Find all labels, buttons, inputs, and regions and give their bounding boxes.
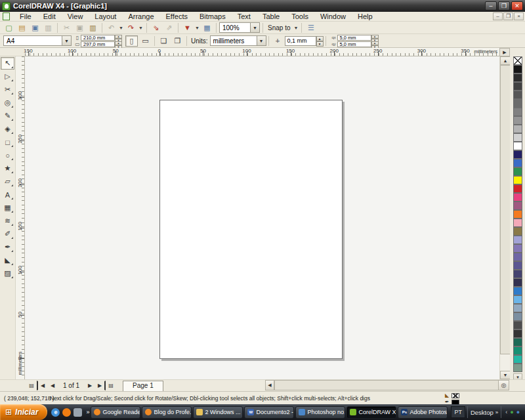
color-swatch[interactable] (513, 201, 522, 210)
language-indicator[interactable]: PT (451, 406, 465, 418)
color-swatch[interactable] (513, 253, 522, 261)
application-launcher-button-chevron-icon[interactable]: ▼ (194, 26, 200, 30)
color-swatch[interactable] (513, 133, 522, 142)
tray-green-icon[interactable]: ● (510, 410, 513, 415)
start-button[interactable]: ⊞ Iniciar (0, 404, 47, 420)
horizontal-scroll-thumb[interactable] (274, 380, 500, 390)
last-page-button[interactable]: ▶ (95, 381, 106, 390)
nudge-offset-field[interactable]: 0,1 mm (285, 36, 316, 46)
crop-tool[interactable]: ✂ (1, 83, 14, 96)
duplicate-y-spinner[interactable]: ▲▼ (371, 41, 379, 47)
desktop-overflow-icon[interactable]: » (495, 410, 498, 415)
scroll-down-button[interactable]: ▼ (500, 371, 511, 379)
page-tab[interactable]: Page 1 (123, 381, 163, 391)
color-swatch[interactable] (513, 355, 522, 364)
menu-window[interactable]: Window (314, 12, 352, 21)
color-swatch[interactable] (513, 108, 522, 116)
view-navigator-flyout-button[interactable]: ▶ (499, 48, 510, 56)
paper-height-spinner[interactable]: ▲▼ (115, 41, 122, 47)
chevron-down-icon[interactable]: ▼ (257, 36, 266, 45)
task-blog-do-professor[interactable]: Blog do Profe... (142, 406, 192, 419)
color-swatch[interactable] (513, 346, 522, 355)
color-swatch[interactable] (513, 270, 522, 278)
menu-effects[interactable]: Effects (160, 12, 194, 21)
portrait-button[interactable]: ▯ (125, 35, 138, 47)
smart-fill-tool[interactable]: ◈ (1, 123, 14, 135)
chevron-down-icon[interactable]: ▼ (250, 23, 259, 32)
color-swatch[interactable] (513, 125, 522, 133)
task-windows-group[interactable]: 2 Windows ...▾ (193, 406, 243, 419)
color-swatch[interactable] (513, 304, 522, 312)
doc-close-button[interactable]: × (514, 12, 524, 20)
color-swatch[interactable] (513, 116, 522, 125)
scroll-left-button[interactable]: ◀ (265, 380, 274, 390)
paper-width-spinner[interactable]: ▲▼ (115, 35, 122, 41)
color-swatch[interactable] (513, 142, 522, 150)
freehand-tool[interactable]: ✎ (1, 110, 14, 122)
vertical-scrollbar[interactable]: ▲ ▼ (499, 56, 510, 379)
snap-to-button[interactable]: Snap to (268, 24, 290, 32)
menu-arrange[interactable]: Arrange (122, 12, 159, 21)
rectangle-tool[interactable]: □ (1, 136, 14, 148)
color-swatch[interactable] (513, 82, 522, 91)
color-swatch[interactable] (513, 338, 522, 346)
paper-width-field[interactable]: 210,0 mm (81, 35, 115, 41)
fill-color-swatch[interactable] (452, 393, 459, 398)
color-swatch[interactable] (513, 321, 522, 329)
color-swatch[interactable] (513, 150, 522, 159)
canvas[interactable] (25, 56, 499, 379)
interactive-fill-tool[interactable]: ▨ (1, 267, 14, 280)
next-page-button[interactable]: ▶ (85, 381, 95, 390)
scroll-up-button[interactable]: ▲ (500, 56, 511, 65)
color-swatch[interactable] (513, 159, 522, 167)
paper-size-combo[interactable]: A4 ▼ (3, 35, 72, 46)
menu-edit[interactable]: Edit (37, 12, 62, 21)
duplicate-x-spinner[interactable]: ▲▼ (371, 35, 379, 41)
landscape-button[interactable]: ▭ (139, 35, 152, 47)
welcome-screen-button[interactable]: ▦ (201, 22, 213, 33)
firefox-icon[interactable] (62, 408, 71, 417)
color-swatch[interactable] (513, 176, 522, 184)
drawing-page[interactable] (159, 100, 343, 359)
interactive-blend-tool[interactable]: ≋ (1, 215, 14, 227)
task-google-reader[interactable]: Google Reade... (91, 406, 140, 419)
menu-text[interactable]: Text (232, 12, 257, 21)
minimize-button[interactable]: – (485, 1, 497, 10)
desktop-toolbar[interactable]: Desktop » (467, 406, 501, 418)
polygon-tool[interactable]: ★ (1, 162, 14, 175)
doc-restore-button[interactable]: ❐ (503, 12, 513, 20)
nudge-offset-spinner[interactable]: ▲▼ (316, 36, 324, 46)
previous-page-button[interactable]: ◀ (47, 381, 58, 390)
color-swatch[interactable] (513, 287, 522, 295)
new-document-button[interactable]: ▢ (3, 22, 15, 33)
doc-minimize-button[interactable]: – (493, 12, 503, 20)
ellipse-tool[interactable]: ○ (1, 149, 14, 161)
menu-file[interactable]: File (14, 12, 37, 21)
color-swatch[interactable] (513, 227, 522, 236)
restore-button[interactable]: ❐ (498, 1, 510, 10)
vertical-scroll-thumb[interactable] (500, 65, 511, 354)
color-swatch[interactable] (513, 193, 522, 201)
open-button[interactable]: ▤ (16, 22, 28, 33)
shape-tool[interactable]: ▷ (1, 70, 14, 83)
all-pages-layout-button[interactable]: ❏ (158, 35, 170, 47)
color-swatch[interactable] (513, 364, 522, 372)
tray-blue-icon[interactable]: ● (516, 410, 520, 415)
tray-chevron-icon[interactable]: ‹ (505, 410, 507, 415)
color-swatch[interactable] (513, 184, 522, 193)
basic-shapes-tool[interactable]: ▱ (1, 175, 14, 188)
units-combo[interactable]: millimeters ▼ (210, 35, 266, 46)
first-page-button[interactable]: ◀ (37, 381, 47, 390)
add-page-icon[interactable]: ▤ (26, 381, 37, 390)
color-swatch[interactable] (513, 210, 522, 219)
menu-help[interactable]: Help (352, 12, 379, 21)
color-swatch[interactable] (513, 244, 522, 253)
current-page-layout-button[interactable]: ❐ (171, 35, 184, 47)
menu-table[interactable]: Table (257, 12, 285, 21)
text-tool[interactable]: A (1, 188, 14, 201)
horizontal-scrollbar[interactable]: ◀ ▶ (265, 380, 509, 390)
color-swatch[interactable] (513, 99, 522, 108)
color-swatch[interactable] (513, 329, 522, 338)
table-tool[interactable]: ▦ (1, 201, 14, 214)
duplicate-x-field[interactable]: 5,0 mm (337, 35, 371, 41)
